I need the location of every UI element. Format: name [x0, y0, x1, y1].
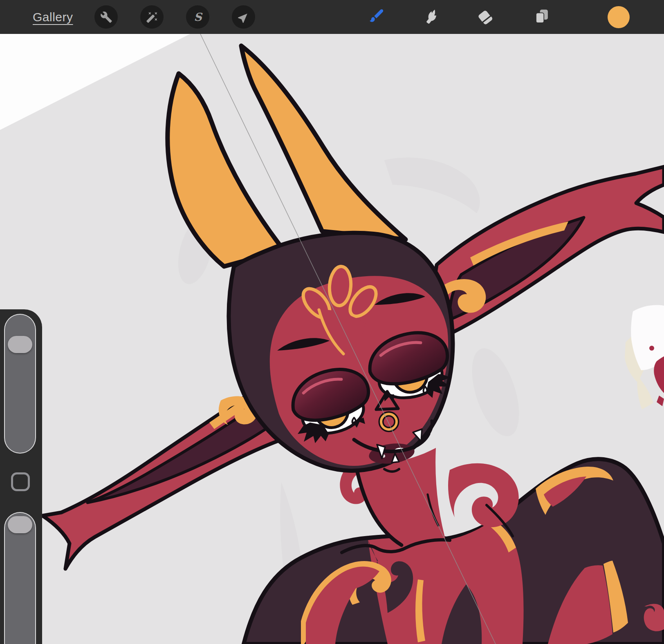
paint-brush-icon	[367, 7, 385, 27]
adjustments-button[interactable]	[140, 5, 164, 29]
brush-size-handle[interactable]	[8, 336, 32, 353]
right-tool-buttons	[367, 0, 630, 34]
smudge-tool-button[interactable]	[422, 0, 440, 34]
svg-text:S: S	[194, 11, 203, 23]
canvas-artwork[interactable]	[0, 0, 664, 644]
top-toolbar: Gallery S	[0, 0, 664, 34]
brush-sidebar	[0, 309, 42, 644]
wrench-icon	[100, 11, 112, 23]
selection-button[interactable]: S	[186, 5, 209, 29]
brush-size-slider[interactable]	[4, 314, 36, 454]
eraser-icon	[478, 8, 495, 27]
transform-button[interactable]	[232, 5, 255, 29]
transform-arrow-icon	[238, 11, 250, 23]
layers-button[interactable]	[533, 0, 551, 34]
left-tool-buttons: S	[94, 5, 255, 29]
selection-s-icon: S	[191, 10, 205, 24]
paint-tool-button[interactable]	[367, 0, 385, 34]
layers-icon	[533, 8, 550, 27]
procreate-window: Gallery S	[0, 0, 664, 644]
opacity-handle[interactable]	[8, 516, 32, 533]
opacity-slider[interactable]	[4, 512, 36, 644]
smudge-icon	[423, 8, 440, 27]
actions-button[interactable]	[94, 5, 118, 29]
color-swatch[interactable]	[608, 6, 630, 28]
gallery-link[interactable]: Gallery	[33, 0, 73, 34]
magic-wand-icon	[146, 11, 158, 23]
eraser-tool-button[interactable]	[478, 0, 496, 34]
modify-button[interactable]	[11, 472, 30, 491]
